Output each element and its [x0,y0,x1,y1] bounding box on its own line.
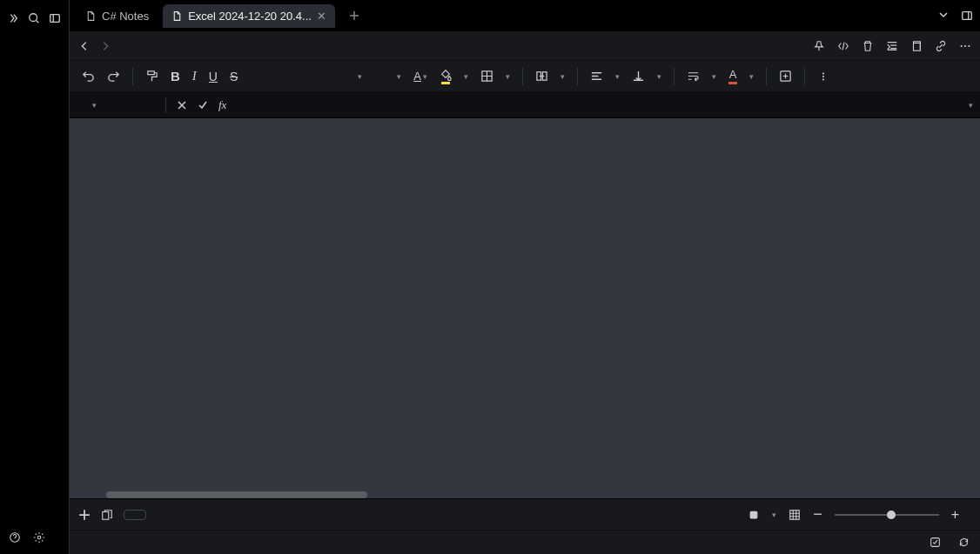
chevron-down-icon[interactable]: ▾ [92,101,97,110]
merge-cells-button[interactable] [535,70,548,83]
text-color-button[interactable]: A▾ [413,70,427,83]
h-align-button[interactable] [590,70,603,83]
bold-button[interactable]: B [171,69,180,83]
settings-icon[interactable] [33,531,45,544]
chevron-down-icon[interactable] [938,10,949,22]
add-sheet-button[interactable] [78,509,91,521]
pin-icon[interactable] [813,40,825,52]
tab[interactable]: C# Notes [77,4,158,28]
status-bar [70,530,980,554]
status-icon [930,537,941,548]
breadcrumb-bar [70,31,980,61]
toolbar-more-icon[interactable] [817,70,829,83]
chevron-right-icon[interactable] [7,12,19,24]
sheet-tab[interactable] [124,510,146,520]
svg-point-7 [964,44,966,46]
borders-button[interactable] [480,70,493,83]
svg-rect-1 [50,15,60,23]
close-tab-icon[interactable]: ✕ [317,10,326,23]
tab[interactable]: Excel 2024-12-20 20.4...✕ [163,4,335,28]
text-wrap-button[interactable] [687,70,700,83]
tab-label: Excel 2024-12-20 20.4... [188,10,312,23]
svg-point-15 [822,75,824,77]
svg-point-3 [37,536,41,539]
indent-icon[interactable] [886,40,898,52]
link-icon[interactable] [935,40,947,52]
breadcrumb[interactable] [120,39,127,52]
chevron-down-icon[interactable]: ▾ [615,72,620,81]
sheet-bar: ▾ − + [70,498,980,530]
name-box[interactable]: ▾ [77,101,155,110]
svg-rect-9 [148,71,155,75]
accept-formula-icon[interactable] [198,100,208,110]
view-normal-icon[interactable] [748,509,760,521]
view-grid-icon[interactable] [789,509,801,521]
redo-button[interactable] [107,70,120,83]
all-sheets-button[interactable] [101,509,113,521]
sidebar-toggle-icon[interactable] [49,12,61,24]
svg-point-0 [30,14,37,22]
chevron-down-icon[interactable]: ▾ [397,72,401,81]
more-icon[interactable] [959,40,971,52]
cancel-formula-icon[interactable] [177,100,187,110]
chevron-down-icon[interactable]: ▾ [712,72,716,81]
svg-rect-18 [750,511,758,518]
svg-rect-17 [103,511,109,519]
copy-icon[interactable] [910,40,923,52]
panel-right-icon[interactable] [961,10,973,22]
svg-point-6 [961,44,963,46]
paint-format-button[interactable] [145,70,158,83]
horizontal-scrollbar[interactable] [106,491,367,498]
svg-rect-4 [963,12,972,20]
zoom-slider[interactable] [835,514,939,516]
formula-bar: ▾ fx ▾ [70,92,980,118]
chevron-down-icon[interactable]: ▾ [358,72,362,81]
add-tab-button[interactable] [349,10,359,21]
svg-rect-19 [790,510,800,519]
chevron-down-icon[interactable]: ▾ [772,511,776,519]
svg-rect-5 [914,43,921,50]
sync-icon[interactable] [958,537,970,548]
search-icon[interactable] [28,12,40,24]
chevron-down-icon[interactable]: ▾ [560,72,565,81]
zoom-out-button[interactable]: − [813,505,822,524]
svg-point-14 [822,72,824,74]
zoom-in-button[interactable]: + [951,507,959,523]
trash-icon[interactable] [862,40,874,52]
fill-color-button[interactable] [440,69,452,84]
text-rotation-button[interactable]: A [728,68,737,84]
spreadsheet-grid[interactable] [70,118,980,498]
italic-button[interactable]: I [192,69,197,83]
svg-point-16 [822,78,824,80]
v-align-button[interactable] [632,70,645,83]
tab-bar: C# NotesExcel 2024-12-20 20.4...✕ [70,0,980,31]
chevron-down-icon[interactable]: ▾ [464,72,468,81]
nav-forward-icon[interactable] [99,40,111,52]
code-icon[interactable] [837,40,849,52]
tab-label: C# Notes [102,10,149,23]
chevron-down-icon[interactable]: ▾ [657,72,661,81]
toolbar: B I U S ▾ ▾ A▾ ▾ ▾ ▾ ▾ ▾ ▾ A [70,61,980,92]
expand-formula-icon[interactable]: ▾ [969,101,973,110]
insert-button[interactable] [779,70,792,83]
chevron-down-icon[interactable]: ▾ [506,72,510,81]
chevron-down-icon[interactable]: ▾ [749,72,754,81]
fx-icon[interactable]: fx [218,98,226,112]
underline-button[interactable]: U [209,70,218,83]
svg-point-8 [968,44,970,46]
strikethrough-button[interactable]: S [230,70,238,83]
undo-button[interactable] [82,70,95,83]
help-icon[interactable] [9,531,21,544]
nav-back-icon[interactable] [78,40,91,52]
